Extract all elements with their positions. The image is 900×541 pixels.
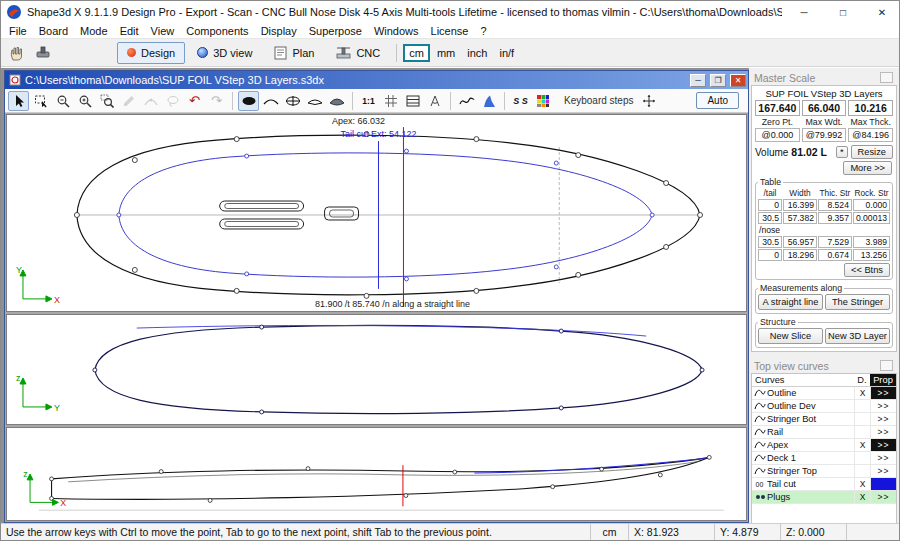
color-palette-button[interactable] <box>532 91 553 111</box>
top-view-canvas[interactable]: Apex: 66.032 Tail cut Ext: 54.122 81.900… <box>7 115 746 311</box>
zoom-in-tool[interactable] <box>74 91 95 111</box>
split-panels-button[interactable] <box>402 91 423 111</box>
menu-mode[interactable]: Mode <box>74 24 114 38</box>
curve-row-plugs[interactable]: Plugs X >> <box>752 491 896 504</box>
top-view[interactable]: Apex: 66.032 Tail cut Ext: 54.122 81.900… <box>6 114 747 312</box>
document-title-bar[interactable]: C:\Users\thoma\Downloads\SUP FOIL VStep … <box>5 71 748 89</box>
guidelines-button[interactable]: S S <box>510 91 531 111</box>
menu-help[interactable]: ? <box>474 24 492 38</box>
menu-board[interactable]: Board <box>33 24 74 38</box>
marquee-select-tool[interactable] <box>30 91 51 111</box>
scale-1-1-button[interactable]: 1:1 <box>358 91 379 111</box>
curve-prop-button[interactable]: >> <box>870 426 896 438</box>
menu-license[interactable]: License <box>425 24 475 38</box>
curve-prop-button[interactable]: >> <box>870 439 896 451</box>
curve-row-rail[interactable]: Rail >> <box>752 426 896 439</box>
curve-prop-button[interactable]: >> <box>870 413 896 425</box>
curve-display-flag[interactable] <box>854 400 870 412</box>
unit-inch[interactable]: inch <box>462 45 492 61</box>
new-slice-button[interactable]: New Slice <box>758 328 823 344</box>
star-button[interactable]: * <box>836 146 848 158</box>
scan-tool-icon[interactable] <box>31 42 55 64</box>
profile-view-button[interactable] <box>304 91 325 111</box>
curve-display-flag[interactable] <box>854 426 870 438</box>
master-scale-menu-button[interactable] <box>880 72 893 83</box>
doc-minimize-button[interactable]: ─ <box>690 74 706 87</box>
outline-view-button[interactable] <box>238 91 259 111</box>
max-wdt-at[interactable]: @79.992 <box>802 128 847 142</box>
curve-display-flag[interactable]: X <box>854 491 870 503</box>
more-button[interactable]: More >> <box>843 161 892 175</box>
pencil-tool[interactable] <box>118 91 139 111</box>
close-button[interactable]: ✕ <box>865 1 899 23</box>
length-value[interactable]: 167.640 <box>755 100 800 116</box>
table-cell[interactable]: 56.957 <box>783 236 817 248</box>
doc-close-button[interactable]: ✕ <box>730 74 746 87</box>
table-cell[interactable]: 30.5 <box>758 236 782 248</box>
btns-toggle-button[interactable]: << Btns <box>844 263 890 277</box>
table-cell[interactable]: 16.399 <box>783 199 817 211</box>
curve-prop-button[interactable]: >> <box>870 465 896 477</box>
table-cell[interactable]: 0.674 <box>818 249 852 261</box>
width-value[interactable]: 66.040 <box>802 100 847 116</box>
table-cell[interactable]: 8.524 <box>818 199 852 211</box>
thickness-value[interactable]: 10.216 <box>848 100 893 116</box>
fin-tool-button[interactable] <box>478 91 499 111</box>
3d-view-button[interactable]: 3D view <box>187 42 262 64</box>
table-cell[interactable]: 57.382 <box>783 212 817 224</box>
plan-button[interactable]: Plan <box>264 42 324 64</box>
curve-row-outline-dev[interactable]: Outline Dev >> <box>752 400 896 413</box>
curve-prop-button[interactable]: >> <box>870 387 896 399</box>
3d-lens-view-button[interactable] <box>326 91 347 111</box>
menu-file[interactable]: File <box>3 24 33 38</box>
half-outline-view-button[interactable] <box>260 91 281 111</box>
unit-mm[interactable]: mm <box>432 45 460 61</box>
table-cell[interactable]: 30.5 <box>758 212 782 224</box>
table-cell[interactable]: 0.00013 <box>853 212 890 224</box>
curve-display-flag[interactable]: X <box>854 387 870 399</box>
curve-display-flag[interactable]: X <box>854 478 870 490</box>
unit-cm[interactable]: cm <box>403 44 430 62</box>
max-thck-at[interactable]: @84.196 <box>848 128 893 142</box>
curves-panel-menu-button[interactable] <box>880 360 893 371</box>
lasso-tool[interactable] <box>162 91 183 111</box>
table-cell[interactable]: 9.357 <box>818 212 852 224</box>
new-3d-layer-button[interactable]: New 3D Layer <box>825 328 890 344</box>
menu-edit[interactable]: Edit <box>114 24 145 38</box>
stringer-button[interactable]: The Stringer <box>825 294 890 310</box>
table-cell[interactable]: 13.256 <box>853 249 890 261</box>
slice-view-button[interactable] <box>282 91 303 111</box>
curve-row-tail-cut[interactable]: 00 Tail cut X <box>752 478 896 491</box>
menu-superpose[interactable]: Superpose <box>303 24 368 38</box>
unit-inf[interactable]: in/f <box>494 45 519 61</box>
resize-button[interactable]: Resize <box>851 145 893 159</box>
curve-row-outline[interactable]: Outline X >> <box>752 387 896 400</box>
table-cell[interactable]: 3.989 <box>853 236 890 248</box>
curve-prop-button[interactable]: >> <box>870 400 896 412</box>
select-arrow-tool[interactable] <box>8 91 29 111</box>
curve-edit-tool[interactable] <box>140 91 161 111</box>
menu-components[interactable]: Components <box>180 24 254 38</box>
measure-tool-button[interactable] <box>424 91 445 111</box>
move-steps-icon[interactable] <box>639 91 660 111</box>
curve-row-stringer-top[interactable]: Stringer Top >> <box>752 465 896 478</box>
auto-button[interactable]: Auto <box>696 92 739 109</box>
redo-button[interactable]: ↷ <box>206 91 227 111</box>
middle-view[interactable]: z Y <box>6 314 747 425</box>
maximize-button[interactable]: □ <box>826 1 860 23</box>
cnc-button[interactable]: CNC <box>326 42 390 64</box>
zoom-out-tool[interactable] <box>52 91 73 111</box>
menu-windows[interactable]: Windows <box>368 24 425 38</box>
zero-pt-at[interactable]: @0.000 <box>755 128 800 142</box>
curve-display-flag[interactable] <box>854 465 870 477</box>
curve-row-stringer-bot[interactable]: Stringer Bot >> <box>752 413 896 426</box>
curve-display-flag[interactable] <box>854 413 870 425</box>
curve-display-flag[interactable] <box>854 452 870 464</box>
table-cell[interactable]: 18.296 <box>783 249 817 261</box>
grid-toggle-button[interactable] <box>380 91 401 111</box>
bottom-view[interactable]: z X <box>6 427 747 521</box>
zoom-window-tool[interactable] <box>96 91 117 111</box>
glove-pan-icon[interactable] <box>5 42 29 64</box>
doc-restore-button[interactable]: ❐ <box>710 74 726 87</box>
curve-row-deck-1[interactable]: Deck 1 >> <box>752 452 896 465</box>
